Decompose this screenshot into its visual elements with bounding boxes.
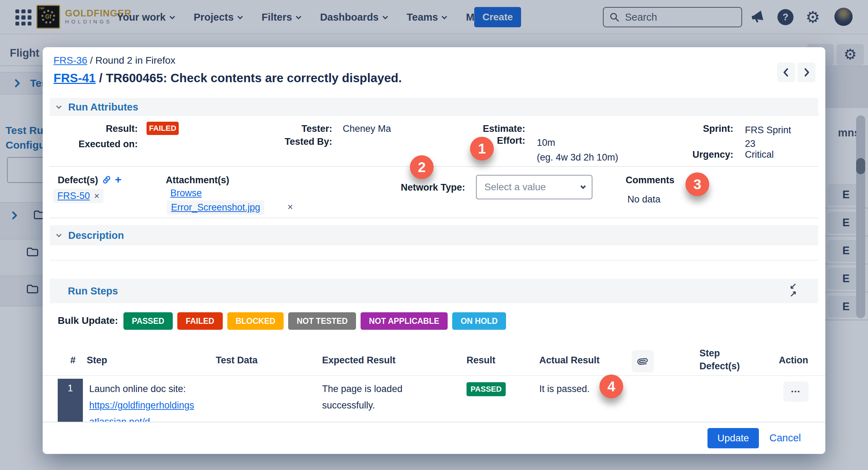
- defect-link[interactable]: FRS-50: [57, 191, 90, 201]
- chevron-down-icon: [581, 183, 586, 189]
- col-header-test-data: Test Data: [216, 355, 258, 366]
- previous-run-button[interactable]: [777, 63, 795, 82]
- bulk-failed-button[interactable]: FAILED: [177, 312, 223, 330]
- sprint-value: FRS Sprint 23: [745, 123, 801, 151]
- page-title: FRS-41 / TR600465: Check contents are co…: [54, 71, 402, 85]
- annotation-callout-3: 3: [685, 172, 709, 196]
- actual-result-cell[interactable]: It is passed.: [539, 381, 590, 397]
- add-defect-icon[interactable]: +: [115, 173, 122, 186]
- section-description[interactable]: Description: [50, 225, 818, 245]
- bulk-blocked-button[interactable]: BLOCKED: [227, 312, 284, 330]
- update-button[interactable]: Update: [707, 428, 759, 448]
- remove-defect-icon[interactable]: ×: [94, 191, 99, 201]
- cancel-button[interactable]: Cancel: [769, 432, 801, 444]
- paperclip-icon: [634, 353, 651, 370]
- defect-chip: FRS-50 ×: [53, 189, 104, 203]
- tester-label: Tester:: [262, 123, 332, 134]
- step-number-cell[interactable]: 1: [58, 379, 83, 422]
- browse-link[interactable]: Browse: [170, 188, 202, 199]
- bulk-not-tested-button[interactable]: NOT TESTED: [288, 312, 356, 330]
- next-run-button[interactable]: [797, 63, 816, 82]
- bulk-not-applicable-button[interactable]: NOT APPLICABLE: [361, 312, 448, 330]
- step-actions-menu-button[interactable]: •••: [783, 382, 809, 402]
- col-header-step: Step: [87, 355, 107, 366]
- divider: [50, 166, 818, 167]
- network-type-label: Network Type:: [385, 182, 465, 193]
- bulk-update-label: Bulk Update:: [58, 315, 118, 326]
- result-status-badge: FAILED: [147, 122, 179, 135]
- col-header-expected: Expected Result: [322, 355, 396, 366]
- effort-value[interactable]: 10m: [537, 137, 555, 148]
- annotation-callout-2: 2: [410, 155, 434, 179]
- section-run-steps: Run Steps ↙↗: [50, 279, 818, 303]
- sprint-label: Sprint:: [663, 123, 733, 134]
- bulk-passed-button[interactable]: PASSED: [123, 312, 173, 330]
- tester-value: Cheney Ma: [343, 123, 391, 134]
- test-run-modal: FRS-36 / Round 2 in Firefox FRS-41 / TR6…: [43, 47, 825, 454]
- col-header-num: #: [70, 355, 76, 366]
- attachments-label: Attachment(s): [166, 175, 271, 186]
- remove-attachment-icon[interactable]: ×: [287, 202, 293, 213]
- divider: [50, 260, 818, 261]
- chevron-left-icon: [782, 67, 790, 77]
- case-key-link[interactable]: FRS-41: [54, 71, 96, 85]
- chevron-down-icon: [56, 103, 62, 109]
- divider: [50, 218, 818, 218]
- col-header-result: Result: [467, 355, 496, 366]
- defects-label: Defect(s)+: [58, 175, 173, 186]
- annotation-callout-1: 1: [470, 137, 494, 161]
- col-header-actual: Actual Result: [539, 355, 600, 366]
- step-description-cell[interactable]: Launch online doc site: https://goldfing…: [89, 381, 205, 422]
- annotation-callout-4: 4: [599, 375, 623, 398]
- col-header-action: Action: [779, 355, 808, 366]
- comments-empty-text: No data: [627, 194, 661, 205]
- run-steps-table-body: 1 Launch online doc site: https://goldfi…: [43, 375, 825, 422]
- expected-result-cell[interactable]: The page is loaded successfully.: [322, 381, 420, 414]
- screen: 79P Gf GOLDFINGER HOLDINGS Your work Pro…: [0, 0, 868, 470]
- attachment-link[interactable]: Error_Screenshot.jpg: [171, 202, 260, 213]
- urgency-value: Critical: [745, 149, 774, 160]
- tested-by-label: Tested By:: [262, 136, 332, 147]
- attachment-chip: Error_Screenshot.jpg: [167, 200, 264, 215]
- chevron-down-icon: [56, 232, 62, 237]
- step-result-badge[interactable]: PASSED: [467, 382, 506, 396]
- urgency-label: Urgency:: [663, 149, 733, 160]
- modal-footer: Update Cancel: [43, 422, 825, 454]
- step-url-link[interactable]: https://goldfingerholdings: [89, 400, 194, 411]
- estimate-label: Estimate:: [455, 123, 525, 134]
- result-label: Result:: [68, 123, 138, 134]
- collapse-icon[interactable]: ↙↗: [790, 282, 797, 298]
- step-url-link-clipped[interactable]: atlassian.net/d: [89, 416, 150, 422]
- bulk-update-buttons: PASSED FAILED BLOCKED NOT TESTED NOT APP…: [123, 312, 506, 330]
- col-header-step-defects: Step Defect(s): [699, 347, 748, 373]
- effort-hint: (eg. 4w 3d 2h 10m): [537, 152, 618, 163]
- bulk-on-hold-button[interactable]: ON HOLD: [452, 312, 506, 330]
- select-placeholder: Select a value: [484, 181, 546, 193]
- breadcrumb: FRS-36 / Round 2 in Firefox: [54, 55, 176, 66]
- attachments-column-button[interactable]: [632, 350, 654, 372]
- section-run-attributes[interactable]: Run Attributes: [50, 98, 818, 116]
- run-key-link[interactable]: FRS-36: [54, 55, 87, 66]
- link-defect-icon[interactable]: [102, 175, 112, 185]
- executed-on-label: Executed on:: [50, 139, 138, 150]
- chevron-right-icon: [803, 67, 810, 77]
- network-type-select[interactable]: Select a value: [476, 175, 592, 199]
